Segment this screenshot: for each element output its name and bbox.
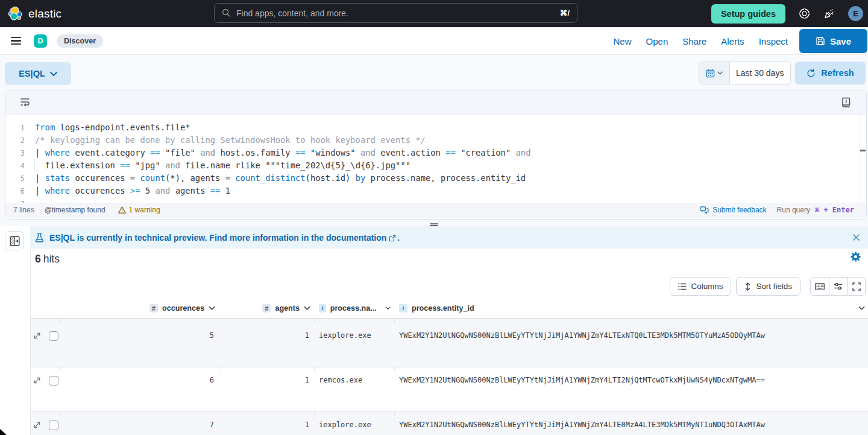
display-options-icon: [834, 282, 843, 290]
column-header-process_name[interactable]: tprocess.na...: [314, 304, 394, 313]
grid-header-row: #occurences#agentstprocess.na...tprocess…: [31, 298, 868, 319]
expand-row-icon: [33, 421, 41, 429]
logo-wordmark: elastic: [28, 7, 61, 21]
nav-link-alerts[interactable]: Alerts: [714, 36, 751, 46]
code-line: from logs-endpoint.events.file*: [35, 121, 858, 134]
chevron-down-icon: [717, 71, 723, 75]
esql-technical-preview-callout: ES|QL is currently in technical preview.…: [30, 226, 868, 249]
cell-occurences: 5: [59, 319, 219, 367]
line-number: 1: [5, 121, 25, 134]
warning-icon: [118, 206, 126, 214]
editor-code-area[interactable]: 1234567 from logs-endpoint.events.file*/…: [5, 115, 866, 203]
cell-process_name: remcos.exe: [314, 367, 394, 411]
editor-code-lines: from logs-endpoint.events.file*/* keylog…: [35, 121, 858, 203]
expand-row-icon: [33, 332, 41, 340]
hits-count: 6: [35, 253, 41, 265]
warning-count[interactable]: 1 warning: [129, 206, 160, 214]
date-range-value[interactable]: Last 30 days: [730, 62, 790, 84]
table-row: 71iexplore.exeYWExM2Y1N2UtNGQwNS00NzBlLW…: [31, 412, 868, 435]
hits-summary: 6hits: [35, 253, 60, 265]
columns-list-icon: [678, 283, 687, 290]
code-line: | where event.category == "file" and hos…: [35, 147, 858, 159]
row-controls-cell: [31, 412, 59, 435]
word-wrap-button[interactable]: [20, 98, 30, 106]
cell-agents: 1: [219, 367, 314, 411]
grid-toolbar: Columns Sort fields: [670, 277, 866, 296]
nav-link-new[interactable]: New: [606, 36, 639, 46]
grid-icon-button-group: [810, 277, 866, 296]
cell-agents: 1: [219, 319, 314, 367]
setup-guides-button[interactable]: Setup guides: [711, 4, 785, 24]
expand-row-button[interactable]: [33, 332, 41, 340]
refresh-button[interactable]: Refresh: [795, 62, 866, 84]
submit-feedback-link[interactable]: Submit feedback: [712, 206, 766, 214]
user-menu-button[interactable]: E: [848, 6, 863, 21]
text-field-icon: t: [399, 304, 407, 313]
code-line: /* keylogging can be done by calling Set…: [35, 134, 858, 147]
editor-footer: 7 lines @timestamp found 1 warning Submi…: [5, 203, 866, 218]
chevron-down-icon: [50, 72, 57, 76]
refresh-icon: [807, 69, 816, 78]
display-options-button[interactable]: [829, 278, 847, 295]
nav-link-open[interactable]: Open: [639, 36, 676, 46]
esql-mode-label: ES|QL: [19, 69, 45, 78]
save-button[interactable]: Save: [799, 29, 867, 53]
top-header-bar: elastic Find apps, content, and more. ⌘/…: [0, 0, 868, 27]
number-field-icon: #: [262, 304, 271, 313]
external-link-icon: [389, 235, 396, 242]
column-header-process_entity_id[interactable]: tprocess.entity_id: [394, 304, 868, 313]
line-number: 6: [5, 185, 25, 197]
cell-process_entity_id: YWExM2Y1N2UtNGQwNS00NzBlLWEyYTYtNjJiMjA1…: [394, 412, 868, 435]
columns-button[interactable]: Columns: [670, 277, 732, 296]
space-avatar[interactable]: D: [34, 34, 47, 48]
sort-fields-button-label: Sort fields: [756, 282, 792, 291]
expand-row-button[interactable]: [33, 421, 41, 429]
elastic-logo-icon: [8, 6, 23, 21]
cursor-artifact: [0, 429, 7, 435]
elastic-logo[interactable]: elastic: [0, 6, 61, 21]
keyboard-shortcuts-button[interactable]: [811, 278, 829, 295]
number-field-icon: #: [149, 304, 158, 313]
save-button-label: Save: [830, 36, 851, 46]
run-query-shortcut: ⌘ + Enter: [815, 206, 854, 214]
esql-mode-button[interactable]: ES|QL: [5, 62, 71, 85]
search-icon: [222, 8, 231, 17]
main-menu-button[interactable]: [11, 37, 21, 45]
overview-ruler-mark: [860, 150, 866, 151]
column-header-occurences[interactable]: #occurences: [59, 304, 219, 313]
cell-agents: 1: [219, 412, 314, 435]
chevron-down-icon: [858, 306, 865, 310]
beaker-icon: [35, 233, 44, 243]
search-shortcut-hint: ⌘/: [560, 8, 570, 17]
column-header-agents[interactable]: #agents: [219, 304, 314, 313]
indent-guide: [34, 159, 35, 172]
show-sidebar-button[interactable]: [5, 231, 24, 250]
row-checkbox[interactable]: [49, 421, 58, 430]
row-checkbox[interactable]: [49, 331, 58, 341]
breadcrumb-discover[interactable]: Discover: [57, 34, 103, 48]
cell-occurences: 7: [59, 412, 219, 435]
callout-period: .: [397, 233, 400, 243]
fullscreen-button[interactable]: [847, 278, 865, 295]
close-icon: [853, 234, 860, 241]
columns-button-label: Columns: [691, 282, 723, 291]
documentation-button[interactable]: [841, 97, 852, 108]
news-feed-button[interactable]: [823, 8, 835, 19]
sort-fields-button[interactable]: Sort fields: [736, 277, 800, 296]
search-placeholder: Find apps, content, and more.: [236, 8, 560, 18]
callout-close-button[interactable]: [853, 234, 860, 241]
row-checkbox[interactable]: [49, 376, 58, 386]
quick-select-date-button[interactable]: [699, 62, 730, 84]
gear-icon: [851, 252, 861, 262]
expand-row-button[interactable]: [33, 376, 41, 384]
help-menu-button[interactable]: [799, 8, 810, 19]
grid-settings-button[interactable]: [851, 252, 861, 262]
global-search-input[interactable]: Find apps, content, and more. ⌘/: [214, 3, 577, 23]
party-popper-icon: [823, 8, 835, 19]
callout-message[interactable]: ES|QL is currently in technical preview.…: [49, 233, 386, 243]
column-header-label: process.na...: [330, 304, 377, 313]
run-query-label[interactable]: Run query: [777, 206, 810, 214]
nav-link-inspect[interactable]: Inspect: [752, 36, 795, 46]
nav-link-share[interactable]: Share: [675, 36, 714, 46]
overview-ruler-divider: [860, 115, 860, 203]
